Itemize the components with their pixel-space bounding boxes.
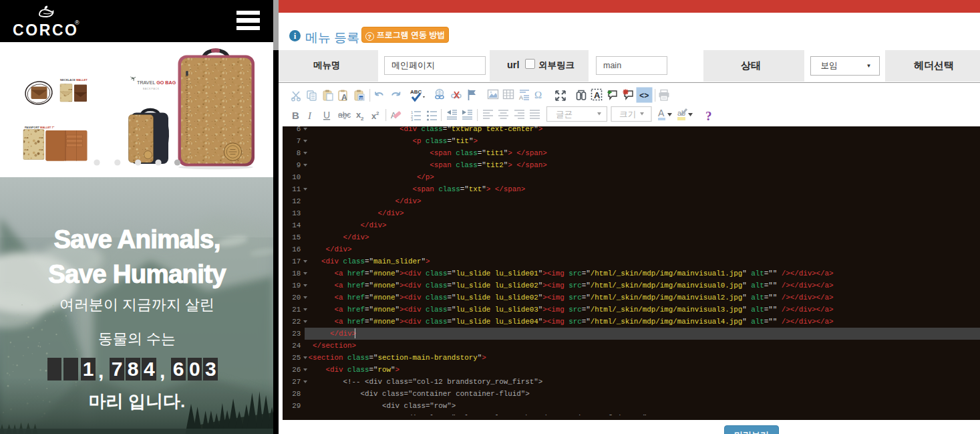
svg-text:2: 2 [361,116,364,122]
svg-text:2: 2 [376,110,379,116]
svg-text:Ω: Ω [534,90,542,100]
svg-text:?: ? [705,109,712,123]
svg-text:A: A [341,93,347,102]
svg-text:U: U [323,110,330,120]
svg-text:W: W [359,96,363,100]
svg-text:A: A [519,94,523,101]
svg-text:I: I [307,110,312,121]
svg-text:A: A [594,90,601,100]
svg-text:글굔: 글굔 [556,110,573,119]
svg-text:B: B [292,110,299,121]
svg-text:크기: 크기 [619,110,636,119]
svg-text:<>: <> [639,92,649,101]
svg-text:A: A [658,108,665,118]
svg-text:3: 3 [411,118,414,122]
